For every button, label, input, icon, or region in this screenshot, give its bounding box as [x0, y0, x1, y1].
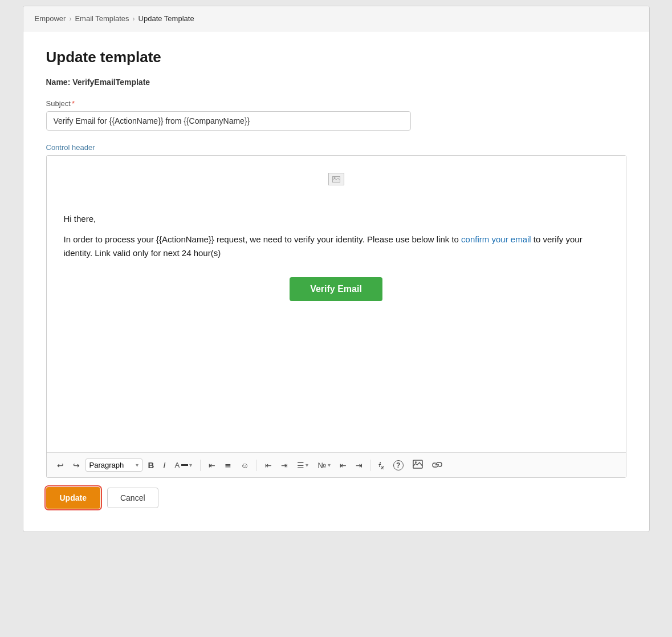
undo-button[interactable]: ↩: [54, 459, 67, 472]
align-left-button[interactable]: ⇤: [205, 459, 219, 472]
insert-image-button[interactable]: [409, 457, 426, 473]
redo-icon: ↪: [73, 461, 80, 470]
align-left2-button[interactable]: ⇤: [262, 459, 275, 472]
breadcrumb-empower[interactable]: Empower: [35, 14, 66, 23]
chevron-down-icon: ▾: [136, 462, 139, 468]
page-title: Update template: [46, 48, 626, 66]
indent-increase-icon: ⇥: [356, 461, 363, 470]
align-center-icon: ≣: [225, 461, 231, 470]
align-left2-icon: ⇤: [265, 461, 272, 470]
sep-2: [256, 460, 257, 471]
breadcrumb-sep-1: ›: [69, 15, 71, 23]
breadcrumb: Empower › Email Templates › Update Templ…: [23, 6, 649, 31]
sep-3: [370, 460, 371, 471]
editor-body[interactable]: Hi there, In order to process your {{Act…: [47, 156, 626, 452]
breadcrumb-email-templates[interactable]: Email Templates: [75, 14, 129, 23]
emoji-button[interactable]: ☺: [237, 459, 252, 472]
action-bar: Update Cancel: [46, 487, 626, 514]
highlight-icon: A: [175, 461, 180, 469]
breadcrumb-current: Update Template: [139, 14, 194, 23]
control-header-label: Control header: [46, 143, 626, 152]
numbered-chevron-icon: ▾: [328, 462, 331, 468]
highlight-button[interactable]: A ▾: [172, 459, 196, 472]
highlight-chevron-icon: ▾: [189, 462, 192, 468]
sep-1: [200, 460, 201, 471]
numbered-list-icon: №: [317, 461, 326, 470]
insert-link-button[interactable]: [429, 459, 446, 472]
emoji-icon: ☺: [241, 461, 249, 470]
clear-format-icon: Ix: [379, 460, 384, 470]
cancel-button[interactable]: Cancel: [107, 488, 158, 508]
editor-toolbar: ↩ ↪ Paragraph ▾ B I A ▾ ⇤: [47, 452, 626, 477]
bullet-list-button[interactable]: ☰ ▾: [294, 459, 312, 472]
template-name-display: Name: VerifyEmailTemplate: [46, 78, 626, 87]
page-container: Empower › Email Templates › Update Templ…: [23, 6, 650, 532]
indent-decrease-button[interactable]: ⇤: [336, 459, 350, 472]
template-name-label: Name:: [46, 78, 71, 87]
verify-email-button[interactable]: Verify Email: [290, 277, 382, 301]
bold-button[interactable]: B: [145, 458, 158, 472]
template-name-value: VerifyEmailTemplate: [72, 78, 150, 87]
editor-wrapper: Hi there, In order to process your {{Act…: [46, 155, 626, 478]
paragraph-label: Paragraph: [89, 461, 133, 469]
help-button[interactable]: ?: [390, 458, 407, 473]
required-indicator: *: [72, 99, 75, 108]
svg-point-3: [415, 461, 417, 463]
bullet-list-icon: ☰: [297, 461, 304, 470]
verify-btn-container: Verify Email: [64, 277, 609, 301]
align-right-icon: ⇥: [281, 461, 288, 470]
paragraph-select[interactable]: Paragraph ▾: [85, 459, 142, 472]
insert-link-icon: [432, 461, 442, 470]
align-left-icon: ⇤: [209, 461, 215, 470]
help-icon: ?: [393, 460, 404, 470]
bullet-chevron-icon: ▾: [306, 462, 308, 468]
svg-point-1: [333, 177, 335, 178]
editor-body-text: In order to process your {{ActionName}} …: [64, 233, 609, 260]
update-button[interactable]: Update: [46, 487, 100, 509]
main-content: Update template Name: VerifyEmailTemplat…: [23, 31, 649, 531]
undo-icon: ↩: [57, 461, 64, 470]
subject-input[interactable]: [46, 111, 411, 131]
clear-format-button[interactable]: Ix: [376, 458, 388, 473]
italic-button[interactable]: I: [160, 458, 169, 472]
header-image-placeholder: [328, 173, 344, 185]
breadcrumb-sep-2: ›: [133, 15, 135, 23]
redo-button[interactable]: ↪: [70, 459, 83, 472]
subject-label: Subject*: [46, 99, 626, 108]
indent-decrease-icon: ⇤: [340, 461, 347, 470]
align-right-button[interactable]: ⇥: [278, 459, 291, 472]
indent-increase-button[interactable]: ⇥: [352, 459, 366, 472]
insert-image-icon: [413, 460, 423, 470]
confirm-email-link[interactable]: confirm your email: [461, 234, 531, 244]
numbered-list-button[interactable]: № ▾: [314, 459, 333, 472]
align-center-button[interactable]: ≣: [221, 459, 235, 472]
editor-hi-text: Hi there,: [64, 214, 609, 224]
